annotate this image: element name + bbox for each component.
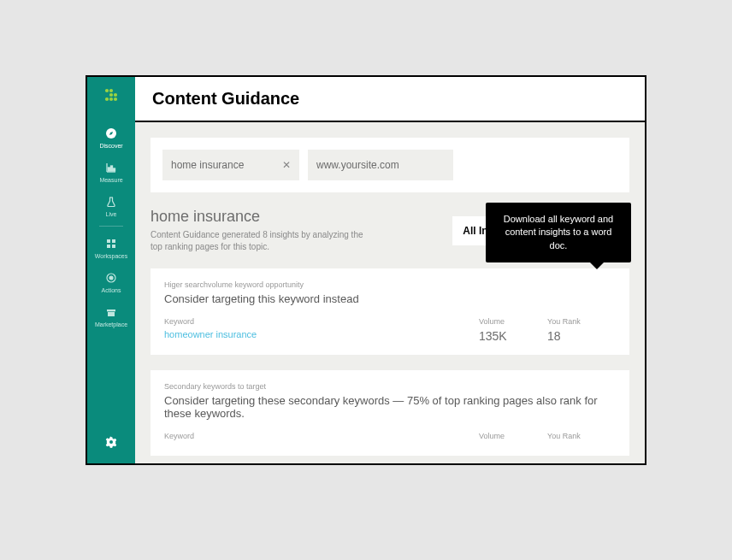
sidebar: Discover Measure Live Workspaces A bbox=[87, 77, 135, 463]
grid-icon bbox=[104, 237, 118, 251]
insight-col-volume: Volume bbox=[479, 432, 547, 444]
sidebar-item-workspaces[interactable]: Workspaces bbox=[87, 230, 135, 264]
keyword-input[interactable]: home insurance ✕ bbox=[162, 150, 299, 180]
col-label-keyword: Keyword bbox=[164, 317, 479, 326]
sidebar-item-actions[interactable]: Actions bbox=[87, 264, 135, 298]
page-title: Content Guidance bbox=[152, 89, 628, 109]
svg-rect-11 bbox=[107, 239, 110, 243]
svg-rect-12 bbox=[112, 239, 115, 243]
main-area: Content Guidance home insurance ✕ www.yo… bbox=[135, 77, 645, 463]
svg-point-0 bbox=[105, 89, 109, 92]
svg-rect-13 bbox=[107, 245, 110, 248]
col-value-rank: 18 bbox=[547, 329, 616, 343]
svg-rect-8 bbox=[109, 168, 110, 171]
svg-rect-10 bbox=[114, 168, 115, 171]
insight-col-volume: Volume 135K bbox=[479, 317, 547, 343]
insight-eyebrow: Higer searchvolume keyword opportunity bbox=[164, 280, 616, 289]
insight-col-rank: You Rank bbox=[547, 432, 616, 444]
svg-point-20 bbox=[109, 440, 113, 444]
insight-col-rank: You Rank 18 bbox=[547, 317, 616, 343]
logo bbox=[102, 87, 121, 106]
insight-col-keyword: Keyword bbox=[164, 432, 479, 444]
col-label-rank: You Rank bbox=[547, 432, 616, 440]
app-window: Discover Measure Live Workspaces A bbox=[86, 75, 646, 465]
nav-divider bbox=[99, 226, 123, 227]
logo-icon bbox=[102, 87, 121, 106]
svg-point-5 bbox=[109, 97, 113, 101]
svg-point-6 bbox=[114, 97, 117, 101]
settings-button[interactable] bbox=[87, 434, 135, 450]
content: home insurance ✕ www.yoursite.com Downlo… bbox=[135, 122, 645, 463]
insight-title: Consider targeting this keyword instead bbox=[164, 292, 616, 305]
svg-point-16 bbox=[109, 276, 113, 280]
svg-rect-17 bbox=[108, 312, 115, 316]
svg-point-1 bbox=[109, 89, 113, 92]
site-input-value: www.yoursite.com bbox=[316, 159, 399, 171]
sidebar-item-marketplace[interactable]: Marketplace bbox=[87, 298, 135, 333]
section-head-left: home insurance Content Guidance generate… bbox=[151, 208, 452, 253]
insight-col-keyword: Keyword homeowner insurance bbox=[164, 317, 479, 343]
sidebar-item-label: Live bbox=[106, 211, 117, 217]
col-value-volume: 135K bbox=[479, 329, 547, 343]
col-label-keyword: Keyword bbox=[164, 432, 479, 440]
search-card: home insurance ✕ www.yoursite.com bbox=[151, 138, 629, 192]
gear-icon bbox=[103, 434, 119, 450]
titlebar: Content Guidance bbox=[135, 77, 645, 122]
sidebar-item-label: Measure bbox=[99, 177, 122, 183]
svg-point-2 bbox=[109, 93, 113, 97]
svg-point-4 bbox=[105, 97, 109, 101]
svg-point-3 bbox=[114, 93, 117, 97]
insight-row: Keyword homeowner insurance Volume 135K … bbox=[164, 317, 616, 343]
site-input[interactable]: www.yoursite.com bbox=[308, 150, 453, 180]
insight-card: Secondary keywords to target Consider ta… bbox=[151, 370, 629, 456]
sidebar-item-label: Workspaces bbox=[95, 253, 127, 259]
sidebar-item-measure[interactable]: Measure bbox=[87, 154, 135, 188]
compass-icon bbox=[104, 127, 118, 140]
col-label-volume: Volume bbox=[479, 317, 547, 326]
store-icon bbox=[104, 305, 118, 319]
col-label-volume: Volume bbox=[479, 432, 547, 440]
insight-title: Consider targeting these secondary keywo… bbox=[164, 394, 616, 420]
sidebar-item-label: Marketplace bbox=[95, 321, 127, 327]
topic-desc: Content Guidance generated 8 insights by… bbox=[151, 229, 373, 253]
chart-icon bbox=[104, 161, 118, 174]
svg-rect-9 bbox=[111, 166, 113, 171]
keyword-input-value: home insurance bbox=[171, 159, 244, 171]
flask-icon bbox=[104, 195, 118, 209]
col-label-rank: You Rank bbox=[547, 317, 616, 326]
svg-rect-14 bbox=[112, 245, 115, 248]
topic-title: home insurance bbox=[151, 208, 452, 226]
sidebar-item-live[interactable]: Live bbox=[87, 188, 135, 222]
sidebar-item-label: Actions bbox=[102, 287, 121, 293]
sidebar-item-label: Discover bbox=[99, 143, 122, 149]
insight-eyebrow: Secondary keywords to target bbox=[164, 382, 616, 391]
insight-row: Keyword Volume You Rank bbox=[164, 432, 616, 444]
target-icon bbox=[104, 271, 118, 285]
keyword-link[interactable]: homeowner insurance bbox=[164, 329, 479, 339]
insight-card: Higer searchvolume keyword opportunity C… bbox=[151, 268, 629, 355]
download-tooltip: Download all keyword and content insight… bbox=[486, 203, 631, 262]
clear-icon[interactable]: ✕ bbox=[282, 159, 291, 171]
sidebar-item-discover[interactable]: Discover bbox=[87, 120, 135, 154]
tooltip-text: Download all keyword and content insight… bbox=[504, 214, 613, 251]
